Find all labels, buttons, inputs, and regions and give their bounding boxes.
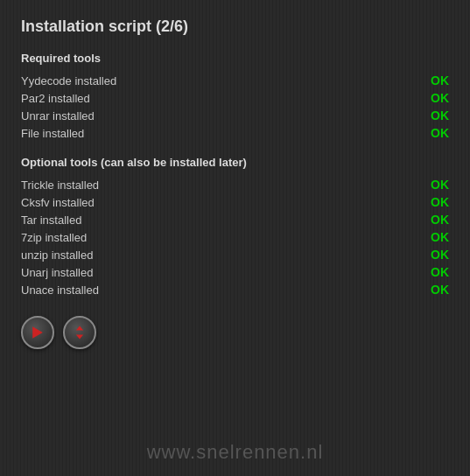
required-section-title: Required tools: [21, 52, 449, 65]
tool-status: OK: [423, 126, 449, 140]
page-title: Installation script (2/6): [21, 18, 449, 36]
optional-section-title: Optional tools (can also be installed la…: [21, 156, 449, 169]
optional-tool-row: unzip installed OK: [21, 246, 449, 263]
tool-status: OK: [423, 91, 449, 105]
tool-status: OK: [423, 108, 449, 122]
optional-tool-row: Cksfv installed OK: [21, 193, 449, 211]
required-tool-row: Yydecode installed OK: [21, 72, 449, 89]
tool-name: Unarj installed: [21, 266, 93, 279]
tool-name: Trickle installed: [21, 178, 99, 192]
required-tools-list: Yydecode installed OK Par2 installed OK …: [21, 72, 449, 142]
tool-name: Par2 installed: [21, 92, 90, 105]
optional-tool-row: Tar installed OK: [21, 211, 449, 228]
required-tool-row: Par2 installed OK: [21, 89, 449, 107]
tool-status: OK: [423, 195, 449, 209]
tool-status: OK: [423, 178, 449, 192]
tool-status: OK: [423, 248, 449, 262]
tool-name: Unrar installed: [21, 109, 95, 122]
svg-marker-1: [76, 326, 83, 331]
tool-name: unzip installed: [21, 248, 93, 262]
optional-tool-row: 7zip installed OK: [21, 228, 449, 246]
tool-status: OK: [423, 230, 449, 244]
tool-status: OK: [423, 283, 449, 297]
swap-button[interactable]: [63, 316, 96, 349]
next-button[interactable]: [21, 316, 54, 349]
required-tool-row: Unrar installed OK: [21, 107, 449, 124]
tool-name: Tar installed: [21, 214, 81, 227]
tool-name: Cksfv installed: [21, 196, 95, 209]
svg-marker-0: [32, 326, 43, 338]
tool-name: Yydecode installed: [21, 74, 116, 88]
svg-marker-2: [76, 335, 83, 340]
optional-tools-list: Trickle installed OK Cksfv installed OK …: [21, 176, 449, 298]
optional-tool-row: Trickle installed OK: [21, 176, 449, 193]
tool-name: File installed: [21, 127, 84, 140]
tool-status: OK: [423, 213, 449, 227]
tool-status: OK: [423, 74, 449, 88]
watermark-text: www.snelrennen.nl: [0, 441, 470, 464]
tool-status: OK: [423, 265, 449, 279]
required-tool-row: File installed OK: [21, 124, 449, 142]
tool-name: 7zip installed: [21, 231, 87, 244]
optional-tool-row: Unarj installed OK: [21, 263, 449, 281]
optional-tool-row: Unace installed OK: [21, 281, 449, 298]
tool-name: Unace installed: [21, 284, 99, 297]
